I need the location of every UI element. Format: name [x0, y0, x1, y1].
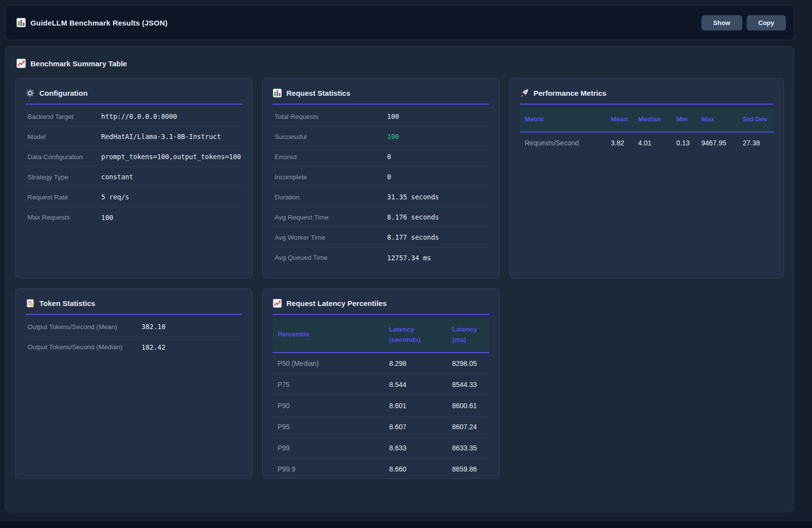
performance-table-body: Requests/Second 3.82 4.01 0.13 9467.95 2…	[520, 132, 774, 153]
stat-row: Incomplete 0	[273, 167, 489, 187]
metric-max: 9467.95	[698, 132, 739, 153]
show-button[interactable]: Show	[701, 15, 742, 30]
percentile-name: P99.9	[273, 458, 385, 479]
metric-std-dev: 27.38	[739, 132, 774, 153]
stat-row: Errored 0	[273, 147, 489, 167]
stat-row: Successful 100	[273, 127, 489, 147]
token-stat-row: Output Tokens/Second (Mean) 382.10	[26, 317, 242, 337]
chart-increasing-icon	[16, 58, 26, 68]
bar-chart-icon	[273, 88, 282, 98]
config-label: Model	[28, 133, 101, 140]
stat-row: Total Requests 100	[273, 107, 489, 127]
col-header-latency-seconds: Latency (seconds)	[385, 318, 448, 353]
page-title: GuideLLM Benchmark Results (JSON)	[30, 19, 168, 27]
percentile-name: P90	[273, 395, 385, 416]
config-value: constant	[101, 173, 133, 181]
metric-mean: 3.82	[607, 132, 634, 153]
token-statistics-card: Token Statistics Output Tokens/Second (M…	[15, 288, 252, 479]
token-statistics-card-title: Token Statistics	[26, 299, 242, 315]
config-value: 100	[101, 214, 113, 222]
stat-label: Incomplete	[275, 173, 387, 181]
col-header-min: Min	[672, 108, 698, 132]
stat-value: 0	[387, 173, 391, 181]
latency-table-header-row: Percentile Latency (seconds) Latency (ms…	[273, 318, 489, 353]
stat-row: Avg Request Time 8.176 seconds	[273, 207, 489, 227]
config-value: 5 req/s	[101, 193, 129, 201]
section-heading: Benchmark Summary Table	[16, 58, 784, 68]
chart-increasing-icon	[273, 299, 282, 308]
config-row: Strategy Type constant	[26, 167, 242, 187]
col-header-latency-ms: Latency (ms)	[448, 318, 489, 353]
performance-table-header-row: Metric Mean Median Min Max Std Dev	[520, 108, 774, 132]
metric-median: 4.01	[634, 132, 672, 153]
latency-seconds: 8.660	[385, 458, 448, 479]
config-row: Max Requests 100	[26, 207, 242, 227]
header-bar: GuideLLM Benchmark Results (JSON) Show C…	[5, 5, 794, 40]
config-row: Data Configuration prompt_tokens=100,out…	[26, 147, 242, 167]
stat-label: Avg Request Time	[275, 214, 387, 221]
token-stat-value: 182.42	[141, 343, 166, 351]
rocket-icon	[520, 88, 529, 98]
stat-value: 0	[387, 153, 391, 161]
latency-seconds: 8.607	[385, 416, 448, 437]
stat-label: Avg Worker Time	[275, 234, 387, 241]
stat-value: 8.176 seconds	[387, 213, 439, 221]
performance-metrics-card: Performance Metrics Metric Mean Median M…	[509, 78, 784, 278]
gear-icon	[26, 88, 35, 98]
latency-ms: 8544.33	[448, 374, 489, 395]
metric-name: Requests/Second	[520, 132, 607, 153]
latency-percentiles-card: Request Latency Percentiles Percentile L…	[262, 288, 500, 479]
copy-button[interactable]: Copy	[747, 15, 786, 30]
latency-ms: 8600.61	[448, 395, 489, 416]
performance-metrics-table: Metric Mean Median Min Max Std Dev Reque…	[520, 108, 774, 153]
latency-percentiles-table: Percentile Latency (seconds) Latency (ms…	[273, 318, 489, 479]
col-header-percentile: Percentile	[273, 318, 385, 353]
latency-seconds: 8.544	[385, 374, 448, 395]
performance-metrics-card-title: Performance Metrics	[520, 88, 774, 105]
request-statistics-card: Request Statistics Total Requests 100 Su…	[262, 78, 500, 278]
config-label: Max Requests	[28, 214, 101, 221]
config-value: http://0.0.0.0:8000	[101, 112, 177, 120]
config-row: Backend Target http://0.0.0.0:8000	[26, 107, 242, 127]
bar-chart-icon	[16, 18, 26, 28]
token-stat-label: Output Tokens/Second (Mean)	[28, 323, 141, 331]
col-header-metric: Metric	[520, 108, 607, 132]
percentile-name: P99	[273, 437, 385, 458]
col-header-median: Median	[634, 108, 672, 132]
configuration-list: Backend Target http://0.0.0.0:8000 Model…	[26, 107, 242, 227]
performance-table-row: Requests/Second 3.82 4.01 0.13 9467.95 2…	[520, 132, 774, 153]
stat-value: 100	[387, 133, 399, 140]
latency-table-row: P75 8.544 8544.33	[273, 374, 489, 395]
stat-label: Avg Queued Time	[275, 254, 387, 261]
col-header-std-dev: Std Dev	[739, 108, 774, 132]
config-value: RedHatAI/Llama-3.1-8B-Instruct	[101, 133, 221, 140]
latency-table-row: P90 8.601 8600.61	[273, 395, 489, 416]
config-label: Data Configuration	[28, 153, 101, 161]
stat-row: Avg Worker Time 8.177 seconds	[273, 227, 489, 248]
bottom-strip	[0, 522, 812, 528]
latency-seconds: 8.633	[385, 437, 448, 458]
latency-seconds: 8.601	[385, 395, 448, 416]
main-panel: Benchmark Summary Table Configuration Ba…	[5, 46, 794, 512]
stat-value: 31.35 seconds	[387, 193, 439, 201]
latency-table-row: P95 8.607 8607.24	[273, 416, 489, 437]
token-stat-label: Output Tokens/Second (Median)	[28, 343, 141, 351]
stat-label: Total Requests	[275, 113, 387, 120]
configuration-card: Configuration Backend Target http://0.0.…	[15, 78, 252, 278]
request-statistics-card-title: Request Statistics	[273, 88, 489, 105]
latency-percentiles-card-title: Request Latency Percentiles	[273, 299, 489, 315]
config-label: Backend Target	[28, 113, 101, 120]
config-row: Model RedHatAI/Llama-3.1-8B-Instruct	[26, 127, 242, 147]
request-statistics-list: Total Requests 100 Successful 100 Errore…	[273, 107, 489, 268]
stat-label: Duration	[275, 194, 387, 201]
col-header-max: Max	[698, 108, 739, 132]
config-row: Request Rate 5 req/s	[26, 187, 242, 207]
stat-row: Avg Queued Time 12757.34 ms	[273, 248, 489, 268]
latency-table-row: P99.9 8.660 8659.86	[273, 458, 489, 479]
latency-ms: 8659.86	[448, 458, 489, 479]
stat-row: Duration 31.35 seconds	[273, 187, 489, 207]
stat-label: Successful	[275, 133, 387, 140]
stat-label: Errored	[275, 153, 387, 161]
metric-min: 0.13	[672, 132, 698, 153]
memo-icon	[26, 299, 35, 308]
